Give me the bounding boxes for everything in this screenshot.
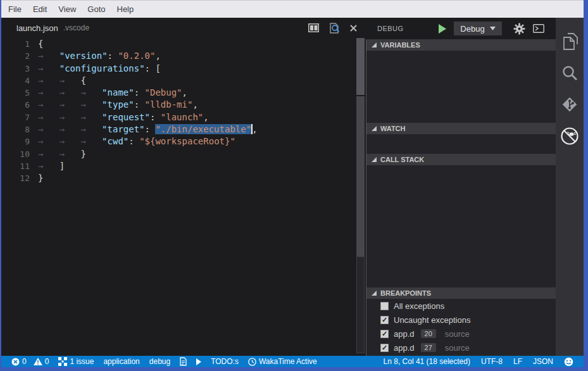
section-header-call-stack[interactable]: CALL STACK	[366, 154, 556, 165]
line-number: 12	[1, 172, 30, 184]
line-number: 6	[1, 99, 30, 111]
code-line[interactable]: 10→→}	[1, 148, 366, 160]
code-line[interactable]: 9→→→"cwd": "${workspaceRoot}"	[1, 135, 366, 148]
eol-label: LF	[513, 357, 522, 366]
editor-tab-filename[interactable]: launch.json	[16, 23, 58, 33]
line-content: →→→"type": "lldb-mi",	[38, 99, 198, 111]
scrollbar-thumb[interactable]	[356, 38, 365, 95]
code-token: "type"	[102, 99, 134, 110]
code-line[interactable]: 3→"configurations": [	[1, 63, 366, 75]
variables-body[interactable]	[366, 51, 556, 123]
menu-item-view[interactable]: View	[53, 1, 82, 18]
encoding-indicator[interactable]: UTF-8	[479, 357, 505, 366]
cursor-position[interactable]: Ln 8, Col 41 (18 selected)	[381, 357, 473, 366]
section-header-watch[interactable]: WATCH	[366, 123, 556, 134]
warning-triangle-icon	[34, 358, 42, 365]
watch-body[interactable]	[366, 134, 556, 154]
build-config[interactable]: debug	[147, 357, 173, 366]
code-line[interactable]: 12}	[1, 172, 366, 184]
split-editor-icon[interactable]	[308, 23, 319, 32]
debug-toolbar: DEBUG Debug	[366, 18, 556, 39]
code-token: "launch"	[161, 112, 203, 122]
code-line[interactable]: 8→→→"target": "./bin/executable",	[1, 123, 366, 135]
eol-indicator[interactable]: LF	[511, 357, 525, 366]
line-content: →→→"target": "./bin/executable",	[38, 123, 258, 135]
chevron-down-icon	[490, 27, 496, 30]
section-header-breakpoints[interactable]: BREAKPOINTS	[366, 287, 556, 299]
section-expand-icon	[372, 126, 377, 131]
debug-console-icon[interactable]	[533, 24, 544, 33]
line-content: →"configurations": [	[38, 63, 161, 75]
breakpoint-row[interactable]: All exceptions	[366, 299, 556, 313]
section-expand-icon	[372, 42, 377, 47]
status-bar-right: Ln 8, Col 41 (18 selected) UTF-8 LF JSON	[381, 357, 576, 367]
code-line[interactable]: 2→"version": "0.2.0",	[1, 50, 366, 62]
tab-whitespace-arrow: →	[59, 148, 81, 160]
section-expand-icon	[372, 291, 377, 296]
files-icon[interactable]	[556, 25, 584, 57]
line-number: 9	[1, 135, 30, 148]
tab-whitespace-arrow: →	[80, 111, 102, 123]
language-mode[interactable]: JSON	[530, 357, 556, 366]
sidebar-sections: VARIABLES WATCH CALL STACK BREAKPOINTS	[366, 39, 556, 356]
breakpoint-detail: source	[445, 329, 470, 339]
document-icon[interactable]	[177, 357, 189, 366]
code-token: ,	[155, 51, 160, 61]
line-content: →→{	[38, 75, 86, 87]
code-token: "0.2.0"	[118, 51, 155, 61]
breakpoint-row[interactable]: ✓app.d27source	[366, 341, 556, 355]
code-token: :	[128, 136, 139, 146]
code-line[interactable]: 1{	[1, 38, 366, 50]
start-debug-button[interactable]	[439, 24, 446, 34]
git-icon[interactable]	[556, 89, 584, 120]
menu-item-goto[interactable]: Goto	[82, 1, 111, 18]
code-token: ]	[59, 161, 65, 171]
menu-item-file[interactable]: File	[3, 1, 27, 18]
breakpoint-checkbox[interactable]: ✓	[380, 316, 389, 324]
breakpoints-list: All exceptions✓Uncaught exceptions✓app.d…	[366, 299, 556, 356]
linter-issues[interactable]: 1 issue	[56, 357, 96, 366]
call-stack-body[interactable]	[366, 165, 556, 287]
close-icon[interactable]	[350, 25, 357, 32]
todo-button[interactable]: TODO:s	[208, 357, 241, 366]
debug-config-dropdown[interactable]: Debug	[454, 22, 502, 35]
run-build-button[interactable]	[194, 358, 204, 365]
problems-indicator[interactable]: 0 0	[9, 357, 51, 366]
feedback-smiley-icon[interactable]	[561, 357, 576, 367]
code-line[interactable]: 5→→→"name": "Debug",	[1, 87, 366, 99]
code-token: :	[150, 112, 161, 122]
line-number: 2	[1, 50, 30, 62]
code-line[interactable]: 11→]	[1, 160, 366, 172]
breakpoint-row[interactable]: ✓app.d20source	[366, 327, 556, 341]
breakpoint-row[interactable]: ✓Uncaught exceptions	[366, 313, 556, 327]
wakatime-status[interactable]: WakaTime Active	[246, 357, 320, 366]
breakpoint-checkbox[interactable]	[380, 302, 389, 310]
breakpoint-checkbox[interactable]: ✓	[380, 330, 389, 338]
menu-item-help[interactable]: Help	[111, 1, 140, 18]
menu-bar: FileEditViewGotoHelp	[1, 0, 584, 18]
section-label: BREAKPOINTS	[380, 289, 431, 297]
code-token: ,	[182, 87, 187, 97]
debug-icon[interactable]	[556, 120, 584, 152]
gear-icon[interactable]	[513, 23, 525, 35]
tab-whitespace-arrow: →	[38, 135, 59, 148]
editor-scrollbar[interactable]	[356, 38, 365, 353]
code-token: }	[80, 149, 85, 159]
tab-whitespace-arrow: →	[59, 111, 81, 123]
project-name[interactable]: application	[101, 357, 142, 366]
section-header-variables[interactable]: VARIABLES	[366, 39, 556, 51]
code-line[interactable]: 6→→→"type": "lldb-mi",	[1, 99, 366, 111]
tab-whitespace-arrow: →	[59, 123, 81, 135]
code-line[interactable]: 7→→→"request": "launch",	[1, 111, 366, 123]
tab-whitespace-arrow: →	[80, 135, 102, 148]
line-content: →→→"request": "launch",	[38, 111, 209, 123]
tab-whitespace-arrow: →	[80, 87, 102, 99]
breakpoint-checkbox[interactable]: ✓	[380, 344, 389, 352]
issues-label: 1 issue	[70, 357, 94, 366]
code-line[interactable]: 4→→{	[1, 75, 366, 87]
menu-item-edit[interactable]: Edit	[27, 1, 53, 18]
open-preview-icon[interactable]	[328, 23, 341, 34]
search-icon[interactable]	[556, 57, 584, 89]
code-token: "cwd"	[102, 136, 128, 146]
editor-group: launch.json .vscode	[1, 18, 366, 356]
